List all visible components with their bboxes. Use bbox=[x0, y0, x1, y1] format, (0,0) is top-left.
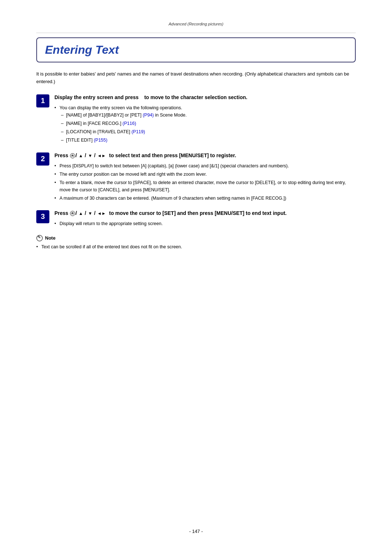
step-1-subbullets: [NAME] of [BABY1]/[BABY2] or [PET] (P94)… bbox=[60, 111, 356, 144]
page-title: Entering Text bbox=[45, 43, 347, 57]
intro-text: It is possible to enter babies' and pets… bbox=[36, 70, 356, 86]
step-3-bullet-1: Display will return to the appropriate s… bbox=[54, 220, 356, 227]
step-1-sub-1: [NAME] of [BABY1]/[BABY2] or [PET] (P94)… bbox=[60, 111, 356, 119]
step-1-heading: Display the entry screen and press to mo… bbox=[54, 94, 356, 101]
arrow-down-1: ▼ bbox=[88, 153, 92, 158]
step-3-number: 3 bbox=[36, 210, 49, 223]
step-1-block: 1 Display the entry screen and press to … bbox=[36, 94, 356, 145]
page-container: Advanced (Recording pictures) Entering T… bbox=[0, 0, 392, 554]
step-1-bullets: You can display the entry screen via the… bbox=[54, 104, 356, 144]
step-3-heading: Press R/ ▲ / ▼ / ◄► to move the cursor t… bbox=[54, 209, 356, 217]
note-label: Note bbox=[45, 235, 56, 241]
link-p155[interactable]: (P155) bbox=[94, 138, 107, 143]
step-2-number: 2 bbox=[36, 152, 49, 166]
step-1-content: Display the entry screen and press to mo… bbox=[54, 94, 356, 145]
note-section: Note Text can be scrolled if all of the … bbox=[36, 235, 356, 250]
note-header: Note bbox=[36, 235, 356, 241]
step-3-content: Press R/ ▲ / ▼ / ◄► to move the cursor t… bbox=[54, 209, 356, 228]
link-p119[interactable]: (P119) bbox=[131, 129, 145, 134]
step-1-number: 1 bbox=[36, 94, 49, 107]
step-2-bullet-4: A maximum of 30 characters can be entere… bbox=[54, 195, 356, 202]
step-1-sub-2: [NAME] in [FACE RECOG.] (P116) bbox=[60, 120, 356, 127]
step-2-heading: Press R/ ▲ / ▼ / ◄► to select text and t… bbox=[54, 152, 356, 159]
step-2-bullet-3: To enter a blank, move the cursor to [SP… bbox=[54, 179, 356, 194]
divider-top bbox=[36, 33, 356, 33]
arrow-up-2: ▲ bbox=[79, 211, 83, 216]
title-box: Entering Text bbox=[36, 37, 356, 62]
note-icon bbox=[36, 235, 43, 241]
step-2-block: 2 Press R/ ▲ / ▼ / ◄► to select text and… bbox=[36, 152, 356, 203]
r-circle-1: R bbox=[70, 153, 75, 158]
step-1-sub-3: [LOCATION] in [TRAVEL DATE] (P119) bbox=[60, 128, 356, 135]
step-3-bullets: Display will return to the appropriate s… bbox=[54, 220, 356, 227]
arrow-lr-1: ◄► bbox=[97, 153, 106, 158]
step-2-bullet-2: The entry cursor position can be moved l… bbox=[54, 171, 356, 178]
step-1-sub-4: [TITLE EDIT] (P155) bbox=[60, 137, 356, 144]
arrow-down-2: ▼ bbox=[88, 211, 92, 216]
step-2-bullet-1: Press [DISPLAY] to switch text between [… bbox=[54, 162, 356, 170]
step-2-content: Press R/ ▲ / ▼ / ◄► to select text and t… bbox=[54, 152, 356, 203]
page-caption: Advanced (Recording pictures) bbox=[36, 22, 356, 26]
arrow-lr-2: ◄► bbox=[97, 211, 106, 216]
link-p116[interactable]: (P116) bbox=[123, 121, 136, 126]
note-text: Text can be scrolled if all of the enter… bbox=[36, 243, 356, 250]
link-p94[interactable]: (P94) bbox=[143, 113, 154, 118]
step-3-block: 3 Press R/ ▲ / ▼ / ◄► to move the cursor… bbox=[36, 209, 356, 228]
step-2-bullets: Press [DISPLAY] to switch text between [… bbox=[54, 162, 356, 202]
page-number: - 147 - bbox=[189, 529, 203, 534]
r-circle-2: R bbox=[70, 211, 75, 216]
step-1-bullet-1: You can display the entry screen via the… bbox=[54, 104, 356, 144]
arrow-up-1: ▲ bbox=[79, 153, 83, 158]
